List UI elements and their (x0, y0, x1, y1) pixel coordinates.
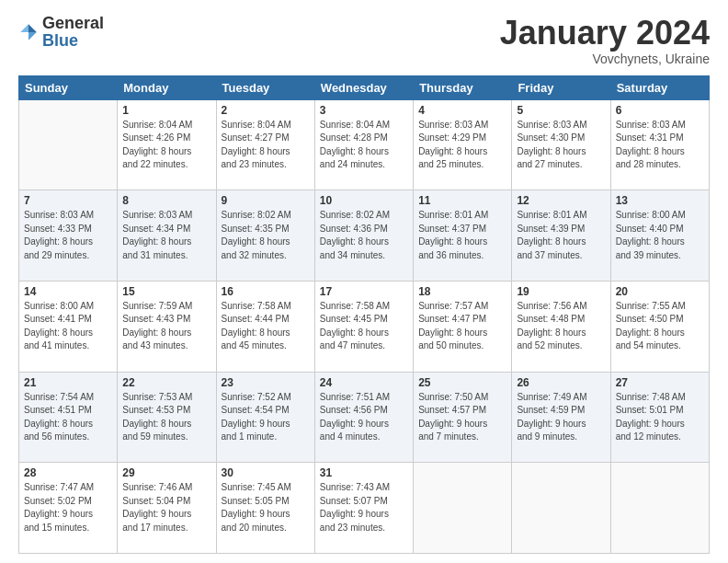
day-info: Sunrise: 7:51 AM Sunset: 4:56 PM Dayligh… (320, 391, 408, 444)
day-number: 14 (24, 285, 112, 298)
day-number: 4 (418, 104, 506, 117)
logo: General Blue (18, 15, 104, 50)
day-number: 2 (222, 104, 310, 117)
calendar-row: 7Sunrise: 8:03 AM Sunset: 4:33 PM Daylig… (19, 190, 710, 282)
day-info: Sunrise: 8:01 AM Sunset: 4:39 PM Dayligh… (517, 209, 605, 262)
calendar-table: Sunday Monday Tuesday Wednesday Thursday… (18, 75, 710, 554)
col-sunday: Sunday (19, 75, 118, 99)
day-info: Sunrise: 8:03 AM Sunset: 4:30 PM Dayligh… (517, 119, 605, 172)
day-number: 26 (517, 376, 605, 389)
day-number: 1 (122, 104, 210, 117)
table-row: 31Sunrise: 7:43 AM Sunset: 5:07 PM Dayli… (314, 463, 413, 554)
title-block: January 2024 Vovchynets, Ukraine (500, 15, 710, 66)
day-info: Sunrise: 8:03 AM Sunset: 4:33 PM Dayligh… (24, 209, 112, 262)
day-info: Sunrise: 7:53 AM Sunset: 4:53 PM Dayligh… (122, 391, 210, 444)
day-info: Sunrise: 8:03 AM Sunset: 4:29 PM Dayligh… (418, 119, 506, 172)
calendar-body: 1Sunrise: 8:04 AM Sunset: 4:26 PM Daylig… (19, 99, 710, 553)
table-row: 26Sunrise: 7:49 AM Sunset: 4:59 PM Dayli… (512, 372, 610, 463)
day-info: Sunrise: 7:48 AM Sunset: 5:01 PM Dayligh… (616, 391, 704, 444)
day-info: Sunrise: 8:00 AM Sunset: 4:40 PM Dayligh… (616, 209, 704, 262)
day-info: Sunrise: 7:52 AM Sunset: 4:54 PM Dayligh… (222, 391, 310, 444)
day-info: Sunrise: 7:57 AM Sunset: 4:47 PM Dayligh… (418, 300, 506, 353)
day-info: Sunrise: 7:58 AM Sunset: 4:44 PM Dayligh… (222, 300, 310, 353)
day-info: Sunrise: 7:45 AM Sunset: 5:05 PM Dayligh… (222, 481, 310, 534)
day-number: 27 (616, 376, 704, 389)
table-row: 14Sunrise: 8:00 AM Sunset: 4:41 PM Dayli… (19, 281, 118, 372)
day-number: 22 (122, 376, 210, 389)
logo-general: General (42, 14, 104, 32)
logo-text: General Blue (42, 15, 104, 50)
table-row: 16Sunrise: 7:58 AM Sunset: 4:44 PM Dayli… (216, 281, 314, 372)
day-info: Sunrise: 8:03 AM Sunset: 4:34 PM Dayligh… (122, 209, 210, 262)
table-row: 23Sunrise: 7:52 AM Sunset: 4:54 PM Dayli… (216, 372, 314, 463)
table-row: 9Sunrise: 8:02 AM Sunset: 4:35 PM Daylig… (216, 190, 314, 282)
day-number: 11 (418, 194, 506, 207)
calendar-row: 14Sunrise: 8:00 AM Sunset: 4:41 PM Dayli… (19, 281, 710, 372)
col-wednesday: Wednesday (314, 75, 413, 99)
day-number: 6 (616, 104, 704, 117)
table-row: 7Sunrise: 8:03 AM Sunset: 4:33 PM Daylig… (19, 190, 118, 282)
day-info: Sunrise: 8:02 AM Sunset: 4:35 PM Dayligh… (222, 209, 310, 262)
table-row: 20Sunrise: 7:55 AM Sunset: 4:50 PM Dayli… (610, 281, 709, 372)
calendar-title: January 2024 (500, 15, 710, 52)
table-row: 17Sunrise: 7:58 AM Sunset: 4:45 PM Dayli… (314, 281, 413, 372)
table-row (19, 99, 118, 190)
day-number: 8 (122, 194, 210, 207)
day-info: Sunrise: 8:04 AM Sunset: 4:28 PM Dayligh… (320, 119, 408, 172)
table-row (512, 463, 610, 554)
day-number: 25 (418, 376, 506, 389)
day-info: Sunrise: 7:50 AM Sunset: 4:57 PM Dayligh… (418, 391, 506, 444)
day-number: 9 (222, 194, 310, 207)
day-number: 29 (122, 466, 210, 479)
day-number: 10 (320, 194, 408, 207)
table-row (610, 463, 709, 554)
day-number: 13 (616, 194, 704, 207)
day-info: Sunrise: 7:54 AM Sunset: 4:51 PM Dayligh… (24, 391, 112, 444)
day-number: 19 (517, 285, 605, 298)
day-info: Sunrise: 8:04 AM Sunset: 4:27 PM Dayligh… (222, 119, 310, 172)
logo-icon (18, 22, 39, 42)
col-tuesday: Tuesday (216, 75, 314, 99)
col-thursday: Thursday (414, 75, 512, 99)
day-number: 30 (222, 466, 310, 479)
table-row: 11Sunrise: 8:01 AM Sunset: 4:37 PM Dayli… (414, 190, 512, 282)
day-info: Sunrise: 8:01 AM Sunset: 4:37 PM Dayligh… (418, 209, 506, 262)
col-friday: Friday (512, 75, 610, 99)
table-row: 4Sunrise: 8:03 AM Sunset: 4:29 PM Daylig… (414, 99, 512, 190)
table-row: 2Sunrise: 8:04 AM Sunset: 4:27 PM Daylig… (216, 99, 314, 190)
table-row: 13Sunrise: 8:00 AM Sunset: 4:40 PM Dayli… (610, 190, 709, 282)
calendar-row: 21Sunrise: 7:54 AM Sunset: 4:51 PM Dayli… (19, 372, 710, 463)
col-monday: Monday (118, 75, 216, 99)
table-row: 27Sunrise: 7:48 AM Sunset: 5:01 PM Dayli… (610, 372, 709, 463)
table-row: 3Sunrise: 8:04 AM Sunset: 4:28 PM Daylig… (314, 99, 413, 190)
col-saturday: Saturday (610, 75, 709, 99)
svg-marker-1 (28, 32, 37, 40)
page: General Blue January 2024 Vovchynets, Uk… (0, 0, 728, 563)
day-number: 16 (222, 285, 310, 298)
day-info: Sunrise: 8:00 AM Sunset: 4:41 PM Dayligh… (24, 300, 112, 353)
table-row: 15Sunrise: 7:59 AM Sunset: 4:43 PM Dayli… (118, 281, 216, 372)
table-row: 18Sunrise: 7:57 AM Sunset: 4:47 PM Dayli… (414, 281, 512, 372)
day-number: 21 (24, 376, 112, 389)
calendar-header: Sunday Monday Tuesday Wednesday Thursday… (19, 75, 710, 99)
calendar-row: 1Sunrise: 8:04 AM Sunset: 4:26 PM Daylig… (19, 99, 710, 190)
day-number: 31 (320, 466, 408, 479)
day-number: 5 (517, 104, 605, 117)
day-info: Sunrise: 7:49 AM Sunset: 4:59 PM Dayligh… (517, 391, 605, 444)
day-number: 24 (320, 376, 408, 389)
table-row: 5Sunrise: 8:03 AM Sunset: 4:30 PM Daylig… (512, 99, 610, 190)
day-number: 18 (418, 285, 506, 298)
header: General Blue January 2024 Vovchynets, Uk… (18, 15, 710, 66)
day-info: Sunrise: 7:46 AM Sunset: 5:04 PM Dayligh… (122, 481, 210, 534)
table-row (414, 463, 512, 554)
calendar-row: 28Sunrise: 7:47 AM Sunset: 5:02 PM Dayli… (19, 463, 710, 554)
day-number: 7 (24, 194, 112, 207)
table-row: 29Sunrise: 7:46 AM Sunset: 5:04 PM Dayli… (118, 463, 216, 554)
day-info: Sunrise: 7:56 AM Sunset: 4:48 PM Dayligh… (517, 300, 605, 353)
day-number: 20 (616, 285, 704, 298)
logo-blue: Blue (42, 31, 78, 50)
svg-marker-2 (20, 24, 28, 32)
day-info: Sunrise: 8:03 AM Sunset: 4:31 PM Dayligh… (616, 119, 704, 172)
table-row: 8Sunrise: 8:03 AM Sunset: 4:34 PM Daylig… (118, 190, 216, 282)
day-info: Sunrise: 7:55 AM Sunset: 4:50 PM Dayligh… (616, 300, 704, 353)
